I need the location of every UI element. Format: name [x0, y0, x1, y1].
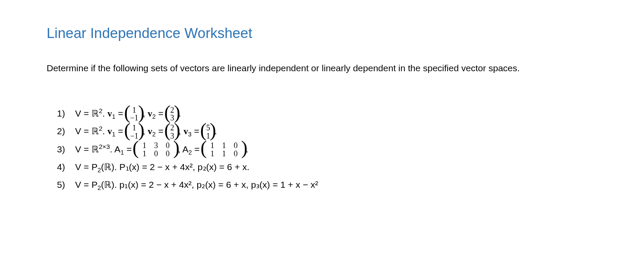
- space-prefix: V =: [75, 108, 92, 118]
- v3-sub: 3: [188, 131, 192, 138]
- v2-top: 2: [170, 124, 174, 132]
- matrix-a1: 130100: [134, 142, 178, 158]
- problem-list: 1) V = ℝ2. v1 = 1−1, v2 = 23. 2) V = ℝ2.…: [47, 105, 601, 194]
- v1-bot: −1: [130, 114, 138, 122]
- a1-sub: 1: [120, 149, 124, 156]
- space-sub: 2: [98, 167, 101, 174]
- v3-top: 5: [206, 124, 210, 132]
- problem-item: 2) V = ℝ2. v1 = 1−1, v2 = 23, v3 = 51.: [75, 123, 601, 140]
- v3-label: v: [183, 126, 188, 136]
- item-number: 1): [57, 105, 65, 122]
- item-number: 3): [57, 141, 65, 158]
- item-number: 4): [57, 158, 65, 176]
- space-prefix: V = P: [75, 162, 98, 172]
- a2-label: A: [183, 144, 189, 154]
- problem-item: 5) V = P2(ℝ). p₁(x) = 2 − x + 4x², p₂(x)…: [75, 176, 601, 194]
- space-prefix: V =: [75, 144, 92, 154]
- intro-text: Determine if the following sets of vecto…: [47, 61, 601, 75]
- matrix-a2: 110110: [202, 142, 246, 158]
- a2-12: 0: [230, 150, 241, 158]
- a1-label: A: [114, 144, 120, 154]
- v2-top: 2: [170, 106, 174, 114]
- dot: .: [102, 126, 107, 136]
- a1-11: 0: [150, 150, 162, 158]
- dot: .: [102, 108, 107, 118]
- space-arg: (ℝ).: [101, 180, 120, 190]
- space-prefix: V =: [75, 126, 92, 136]
- a1-00: 1: [139, 142, 150, 150]
- space-set: ℝ: [92, 144, 99, 155]
- v1-top: 1: [130, 106, 138, 114]
- dot: .: [110, 144, 115, 154]
- item-number: 5): [57, 176, 65, 193]
- a2-01: 1: [218, 142, 230, 150]
- a2-00: 1: [206, 142, 218, 150]
- page-title: Linear Independence Worksheet: [47, 22, 601, 44]
- v1-label: v: [107, 126, 112, 136]
- a1-02: 0: [162, 142, 174, 150]
- problem-item: 3) V = ℝ2×3. A1 = 130100, A2 = 110110.: [75, 141, 601, 158]
- a1-10: 1: [139, 150, 150, 158]
- problem-item: 4) V = P2(ℝ). P₁(x) = 2 − x + 4x², p₂(x)…: [75, 158, 601, 176]
- v1-top: 1: [130, 124, 138, 132]
- v2-sub: 2: [152, 131, 156, 138]
- space-arg: (ℝ).: [101, 162, 120, 172]
- space-exp: 2×3: [99, 143, 110, 150]
- a1-12: 0: [162, 150, 174, 158]
- space-set: ℝ: [92, 126, 99, 136]
- body: P₁(x) = 2 − x + 4x², p₂(x) = 6 + x.: [120, 162, 249, 172]
- a1-01: 3: [150, 142, 162, 150]
- a2-02: 0: [230, 142, 241, 150]
- space-prefix: V = P: [75, 180, 98, 190]
- v1-label: v: [107, 108, 112, 119]
- space-set: ℝ: [92, 108, 99, 119]
- item-number: 2): [57, 123, 65, 140]
- a2-11: 1: [218, 150, 230, 158]
- space-sub: 2: [98, 184, 101, 191]
- body: p₁(x) = 2 − x + 4x², p₂(x) = 6 + x, p₃(x…: [120, 180, 319, 190]
- v2-label: v: [148, 108, 152, 119]
- problem-item: 1) V = ℝ2. v1 = 1−1, v2 = 23.: [75, 105, 601, 123]
- a2-10: 1: [206, 150, 218, 158]
- v2-sub: 2: [152, 113, 156, 120]
- v2-label: v: [148, 126, 152, 136]
